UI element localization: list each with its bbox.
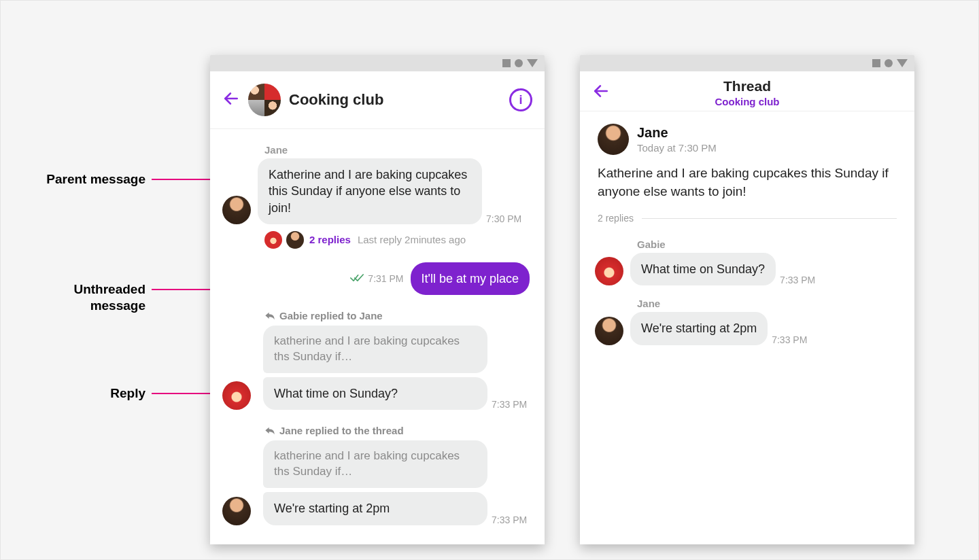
message-bubble-reply-1[interactable]: What time on Sunday? (263, 377, 487, 410)
message-timestamp: 7:33 PM (780, 275, 815, 285)
avatar-jane[interactable] (595, 317, 623, 345)
thread-participant-avatar-gabie (264, 231, 282, 249)
reply-heading-gabie: Gabie replied to Jane (264, 310, 532, 321)
thread-reply-count: 2 replies (309, 234, 351, 245)
chat-messages[interactable]: Jane Katherine and I are baking cupcakes… (210, 129, 545, 538)
status-stop-icon (502, 59, 511, 67)
status-stop-icon (872, 59, 880, 67)
annotation-unthreaded-line1: Unthreaded (73, 282, 145, 296)
thread-screen: Thread Cooking club Jane Today at 7:30 P… (580, 71, 914, 544)
parent-message-text: Katherine and I are baking cupcakes this… (598, 164, 897, 200)
annotation-unthreaded-line2: message (90, 298, 145, 313)
thread-last-reply-time: Last reply 2minutes ago (358, 234, 466, 245)
thread-summary[interactable]: 2 replies Last reply 2minutes ago (264, 231, 532, 249)
back-button[interactable] (222, 90, 240, 110)
reply-heading-jane: Jane replied to the thread (264, 425, 532, 436)
thread-messages[interactable]: Gabie What time on Sunday? 7:33 PM Jane … (580, 229, 914, 357)
message-timestamp: 7:33 PM (772, 334, 807, 345)
avatar-gabie[interactable] (222, 381, 251, 410)
annotation-parent-message: Parent message (1, 171, 145, 188)
annotation-unthreaded-message: Unthreaded message (1, 281, 145, 314)
thread-subtitle-channel[interactable]: Cooking club (580, 96, 914, 107)
thread-participant-avatar-jane (286, 231, 304, 249)
status-bar (580, 55, 914, 71)
thread-title: Thread (580, 78, 914, 94)
thread-parent-message[interactable]: Jane Today at 7:30 PM Katherine and I ar… (580, 111, 914, 206)
quoted-parent-bubble[interactable]: katherine and I are baking cupcakes ths … (263, 326, 487, 373)
sender-label: Jane (264, 144, 532, 156)
message-timestamp: 7:30 PM (486, 213, 521, 224)
annotation-reply: Reply (1, 385, 145, 402)
chat-title: Cooking club (289, 91, 383, 109)
replies-divider: 2 replies (580, 206, 914, 229)
phone-frame-chat: Cooking club i Jane Katherine and I are … (210, 55, 545, 544)
info-icon: i (519, 93, 522, 107)
parent-sender-name: Jane (637, 125, 717, 141)
quoted-parent-bubble[interactable]: katherine and I are baking cupcakes ths … (263, 440, 487, 488)
status-dropdown-icon (897, 59, 908, 67)
avatar-jane[interactable] (222, 497, 251, 525)
message-row-parent[interactable]: Katherine and I are baking cupcakes this… (222, 158, 532, 224)
message-timestamp: 7:33 PM (492, 399, 527, 410)
status-dropdown-icon (527, 59, 538, 67)
message-bubble-thread-reply[interactable]: We're starting at 2pm (630, 312, 768, 345)
replies-count-label: 2 replies (598, 213, 634, 224)
avatar-jane[interactable] (598, 124, 629, 155)
sender-label: Gabie (637, 239, 899, 250)
message-row-reply-2[interactable]: katherine and I are baking cupcakes ths … (222, 440, 532, 525)
thread-header: Thread Cooking club (580, 71, 914, 111)
message-row-reply-1[interactable]: katherine and I are baking cupcakes ths … (222, 326, 532, 410)
status-bar (210, 55, 545, 71)
thread-reply-row[interactable]: We're starting at 2pm 7:33 PM (595, 312, 899, 345)
status-dot-icon (884, 59, 893, 67)
parent-timestamp: Today at 7:30 PM (637, 142, 717, 154)
info-button[interactable]: i (509, 88, 532, 111)
message-bubble-thread-reply[interactable]: What time on Sunday? (630, 253, 776, 285)
message-timestamp: 7:33 PM (492, 514, 527, 525)
phone-frame-thread: Thread Cooking club Jane Today at 7:30 P… (580, 55, 914, 544)
read-receipt-icon (350, 273, 364, 284)
group-avatar[interactable] (248, 84, 281, 116)
avatar-gabie[interactable] (595, 257, 623, 285)
message-bubble-reply-2[interactable]: We're starting at 2pm (263, 492, 487, 525)
chat-screen: Cooking club i Jane Katherine and I are … (210, 71, 545, 544)
status-dot-icon (515, 59, 523, 67)
message-timestamp: 7:31 PM (368, 273, 403, 284)
reply-icon (264, 311, 275, 321)
message-row-mine[interactable]: 7:31 PM It'll be at my place (222, 262, 532, 295)
thread-reply-row[interactable]: What time on Sunday? 7:33 PM (595, 253, 899, 285)
message-bubble-parent[interactable]: Katherine and I are baking cupcakes this… (258, 158, 482, 224)
avatar-jane[interactable] (222, 196, 251, 224)
sender-label: Jane (637, 298, 899, 309)
reply-icon (264, 425, 275, 436)
message-bubble-mine[interactable]: It'll be at my place (411, 262, 530, 295)
chat-header: Cooking club i (210, 71, 545, 129)
divider-line (642, 218, 897, 219)
